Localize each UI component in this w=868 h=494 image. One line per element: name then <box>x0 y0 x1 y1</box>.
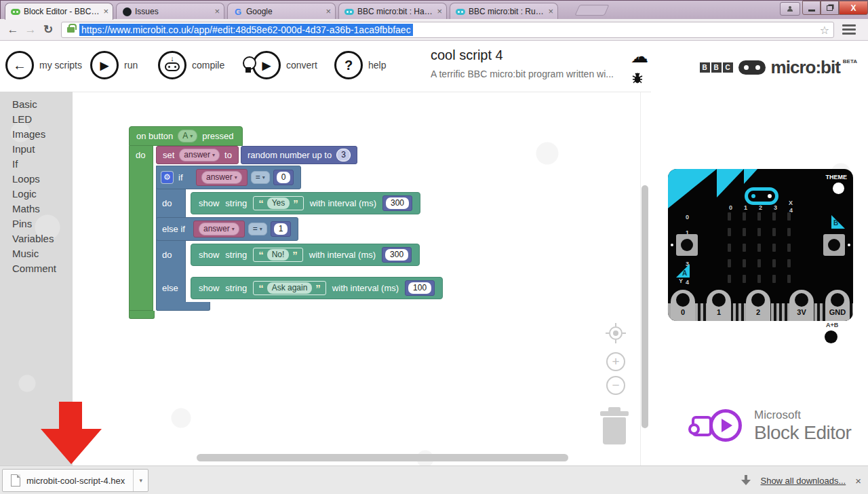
string-slot[interactable]: “ Ask again ” <box>253 281 326 295</box>
forward-button[interactable]: → <box>22 23 39 37</box>
bookmark-star-icon[interactable]: ☆ <box>820 24 829 37</box>
number-block[interactable]: 300 <box>382 247 412 263</box>
address-bar[interactable]: https://www.microbit.co.uk/app/#edit:48d… <box>61 22 834 38</box>
string-field[interactable]: Yes <box>267 197 290 209</box>
number-block[interactable]: 300 <box>382 195 412 211</box>
variable-block[interactable]: answer▾ <box>193 221 245 238</box>
show-string-block-yes[interactable]: show string “ Yes ” with interval (ms) 3… <box>191 192 420 214</box>
run-button[interactable]: ▶ run <box>90 51 138 79</box>
pin-1[interactable]: 1 <box>707 290 731 321</box>
help-button[interactable]: ? help <box>334 51 386 79</box>
string-field[interactable]: No! <box>267 249 290 261</box>
string-slot[interactable]: “ No! ” <box>253 248 303 262</box>
script-title[interactable]: cool script 4 <box>431 48 627 63</box>
sidebar-item-pins[interactable]: Pins <box>12 216 73 231</box>
downloaded-filename[interactable]: microbit-cool-script-4.hex <box>26 476 125 486</box>
variable-dropdown[interactable]: answer▾ <box>179 149 220 162</box>
block-program[interactable]: on button A▾ pressed do set answer▾ <box>129 126 443 319</box>
back-button[interactable]: ← <box>4 23 22 37</box>
tab-issues[interactable]: Issues × <box>116 3 224 20</box>
sidebar-item-images[interactable]: Images <box>12 127 73 142</box>
if-condition-row[interactable]: ⚙ if answer▾ =▾ <box>156 166 301 189</box>
my-scripts-button[interactable]: ← my scripts <box>5 51 82 79</box>
sidebar-item-basic[interactable]: Basic <box>12 97 73 112</box>
a-plus-b-button[interactable] <box>825 330 837 343</box>
variable-block[interactable]: answer▾ <box>196 169 248 186</box>
sidebar-item-loops[interactable]: Loops <box>12 172 73 187</box>
new-tab-button[interactable] <box>574 5 609 16</box>
gear-icon[interactable]: ⚙ <box>161 172 173 183</box>
close-download-bar-button[interactable]: × <box>855 475 861 487</box>
button-a[interactable] <box>676 234 698 256</box>
operator-dropdown[interactable]: =▾ <box>248 223 267 235</box>
if-block[interactable]: ⚙ if answer▾ =▾ <box>156 166 443 311</box>
minimize-button[interactable] <box>802 1 821 15</box>
reload-button[interactable]: ↻ <box>39 22 57 37</box>
random-max-field[interactable]: 3 <box>336 149 351 162</box>
zoom-out-button[interactable]: − <box>606 376 625 395</box>
variable-dropdown[interactable]: answer▾ <box>199 223 239 235</box>
sidebar-item-maths[interactable]: Maths <box>12 202 73 216</box>
convert-button[interactable]: ▶ convert <box>243 51 317 79</box>
downloaded-file-chip[interactable]: microbit-cool-script-4.hex ▾ <box>2 469 149 492</box>
sidebar-item-input[interactable]: Input <box>12 142 73 157</box>
set-variable-block[interactable]: set answer▾ to <box>156 146 239 164</box>
maximize-button[interactable] <box>821 1 839 15</box>
tab-google[interactable]: G Google × <box>227 3 336 20</box>
theme-toggle-button[interactable] <box>833 183 844 194</box>
variable-dropdown[interactable]: answer▾ <box>201 171 242 184</box>
show-all-downloads-link[interactable]: Show all downloads... <box>760 476 846 486</box>
number-block[interactable]: 0 <box>273 170 294 185</box>
tab-close-icon[interactable]: × <box>548 8 553 15</box>
operator-dropdown[interactable]: =▾ <box>251 171 270 184</box>
interval-field[interactable]: 100 <box>408 282 431 294</box>
url-text[interactable]: https://www.microbit.co.uk/app/#edit:48d… <box>79 24 413 36</box>
sidebar-item-variables[interactable]: Variables <box>12 231 73 246</box>
string-field[interactable]: Ask again <box>267 282 313 294</box>
else-if-condition-row[interactable]: else if answer▾ =▾ <box>156 217 298 241</box>
pin-3v[interactable]: 3V <box>789 290 814 321</box>
bug-icon[interactable] <box>631 71 644 87</box>
button-dropdown[interactable]: A▾ <box>178 130 197 142</box>
led-grid[interactable] <box>728 212 791 283</box>
tab-block-editor[interactable]: Block Editor - BBC micro:b × <box>5 3 113 20</box>
microbit-simulator[interactable]: THEME 0 1 2 3 X 4 0 1 2 3 Y 4 A B 0 1 <box>668 169 853 321</box>
pin-0[interactable]: 0 <box>671 290 695 321</box>
sidebar-item-music[interactable]: Music <box>12 246 73 261</box>
show-string-block-ask-again[interactable]: show string “ Ask again ” with interval … <box>191 277 443 299</box>
file-options-caret[interactable]: ▾ <box>133 470 148 491</box>
show-string-block-no[interactable]: show string “ No! ” with interval (ms) 3… <box>191 244 420 266</box>
tab-close-icon[interactable]: × <box>437 8 442 15</box>
tab-close-icon[interactable]: × <box>214 8 220 15</box>
sidebar-item-logic[interactable]: Logic <box>12 187 73 202</box>
cloud-sync-icon[interactable]: ☁↑ <box>631 46 648 67</box>
number-field[interactable]: 0 <box>277 172 291 183</box>
zoom-reset-button[interactable] <box>606 323 626 343</box>
random-number-block[interactable]: random number up to 3 <box>241 146 357 164</box>
pin-2[interactable]: 2 <box>746 290 770 321</box>
trash-icon[interactable] <box>597 406 632 445</box>
vertical-scrollbar[interactable] <box>642 185 648 428</box>
close-window-button[interactable]: X <box>839 1 868 15</box>
compile-button[interactable]: ↓ compile <box>158 51 224 79</box>
number-block[interactable]: 100 <box>405 280 435 296</box>
tab-close-icon[interactable]: × <box>326 8 331 15</box>
interval-field[interactable]: 300 <box>385 249 408 261</box>
button-b[interactable] <box>823 234 845 256</box>
on-button-pressed-block[interactable]: on button A▾ pressed <box>129 126 243 146</box>
sidebar-item-led[interactable]: LED <box>12 112 73 127</box>
browser-menu-button[interactable] <box>842 24 856 35</box>
zoom-in-button[interactable]: + <box>606 352 625 371</box>
tab-microbit-question[interactable]: BBC micro:bit : Have a que × <box>338 3 447 20</box>
sidebar-item-if[interactable]: If <box>12 157 73 172</box>
pin-gnd[interactable]: GND <box>825 290 850 321</box>
number-field[interactable]: 1 <box>274 223 288 235</box>
block-canvas[interactable]: on button A▾ pressed do set answer▾ <box>73 92 651 466</box>
script-subtitle[interactable]: A terrific BBC micro:bit program written… <box>431 69 627 79</box>
tab-microbit-run-script[interactable]: BBC micro:bit : Run Script × <box>450 3 558 20</box>
sidebar-item-comment[interactable]: Comment <box>12 261 73 276</box>
string-slot[interactable]: “ Yes ” <box>253 196 304 210</box>
tab-close-icon[interactable]: × <box>103 8 108 15</box>
number-block[interactable]: 1 <box>271 221 292 237</box>
interval-field[interactable]: 300 <box>386 197 409 209</box>
